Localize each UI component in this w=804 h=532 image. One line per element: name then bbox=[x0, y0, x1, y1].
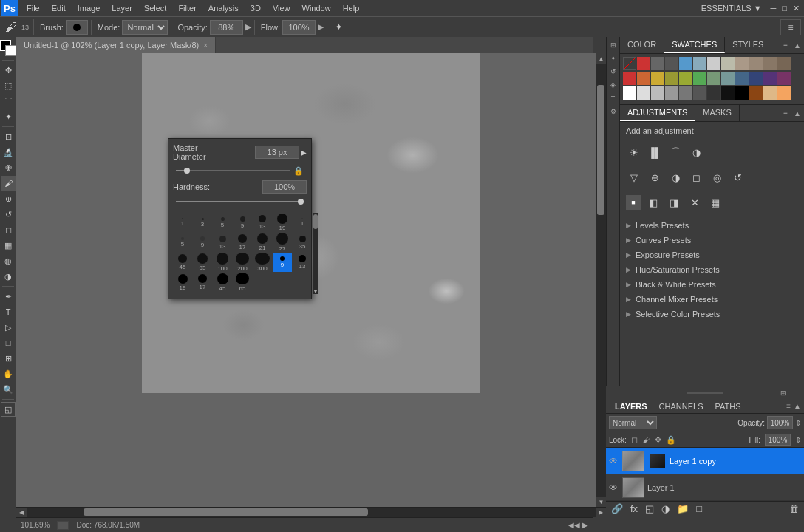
brush-preset-btn[interactable] bbox=[66, 20, 88, 35]
swatch-darker-gray[interactable] bbox=[679, 86, 692, 100]
diameter-increment-btn[interactable]: ▶ bbox=[301, 149, 307, 157]
brush-1-3[interactable]: 5 bbox=[213, 213, 232, 232]
adj-exposure-icon[interactable]: ◑ bbox=[688, 144, 704, 160]
patch-tool[interactable]: ✙ bbox=[1, 160, 16, 175]
preset-curves[interactable]: ▶ Curves Presets bbox=[620, 233, 804, 248]
zoom-tool[interactable]: 🔍 bbox=[1, 382, 16, 397]
tab-paths[interactable]: PATHS bbox=[709, 400, 747, 412]
swatch-r9[interactable] bbox=[735, 72, 749, 85]
lock-position-btn[interactable]: ✥ bbox=[655, 435, 661, 445]
tab-layers[interactable]: LAYERS bbox=[609, 400, 653, 412]
wand-tool[interactable]: ✦ bbox=[1, 109, 16, 124]
crop-tool[interactable]: ⊡ bbox=[1, 129, 16, 144]
swatch-light-gray[interactable] bbox=[707, 57, 720, 70]
tab-channels[interactable]: CHANNELS bbox=[653, 400, 709, 412]
brush-tool[interactable]: 🖌 bbox=[1, 176, 16, 191]
eraser-tool[interactable]: ◻ bbox=[1, 222, 16, 237]
layer-adj-btn[interactable]: ◑ bbox=[659, 503, 672, 514]
brush-2-4[interactable]: 13 bbox=[213, 233, 232, 252]
tab-close-btn[interactable]: × bbox=[203, 41, 208, 50]
preset-levels[interactable]: ▶ Levels Presets bbox=[620, 218, 804, 233]
brush-1-5[interactable]: 13 bbox=[253, 213, 272, 232]
brush-2-5[interactable]: 17 bbox=[233, 233, 252, 252]
menu-layer[interactable]: Layer bbox=[106, 2, 138, 14]
flow-expand-icon[interactable]: ▶ bbox=[318, 22, 324, 32]
canvas-scroll-area[interactable]: Master Diameter ▶ 🔒 bbox=[16, 53, 596, 507]
eyedropper-tool[interactable]: 🔬 bbox=[1, 145, 16, 160]
brush-tool-icon[interactable]: 🖌 bbox=[3, 19, 19, 35]
swatch-mid-gray[interactable] bbox=[651, 86, 664, 100]
brush-2-2[interactable]: 5 bbox=[173, 233, 192, 252]
document-tab[interactable]: Untitled-1 @ 102% (Layer 1 copy, Layer M… bbox=[16, 37, 216, 53]
swatch-brown-light[interactable] bbox=[749, 57, 763, 70]
layers-opacity-input[interactable] bbox=[767, 416, 793, 429]
lasso-tool[interactable]: ⌒ bbox=[1, 94, 16, 109]
adj-levels-icon[interactable]: ▐▌ bbox=[647, 144, 663, 160]
layer-name-1[interactable]: Layer 1 bbox=[647, 483, 801, 492]
swatch-light-blue[interactable] bbox=[693, 57, 706, 70]
swatch-dark-gray[interactable] bbox=[665, 57, 678, 70]
path-tool[interactable]: ▷ bbox=[1, 320, 16, 335]
hardness-slider[interactable] bbox=[176, 198, 304, 205]
swatch-medium-gray[interactable] bbox=[665, 86, 678, 100]
adj-photofilter-icon[interactable]: ◻ bbox=[688, 169, 704, 185]
lock-all-btn[interactable]: 🔒 bbox=[666, 435, 676, 445]
brush-3-6[interactable]: 300 bbox=[253, 253, 272, 272]
swatch-saddle[interactable] bbox=[749, 86, 763, 100]
hscroll-track[interactable] bbox=[27, 508, 596, 517]
tab-styles[interactable]: STYLES bbox=[725, 37, 771, 53]
swatch-sandy[interactable] bbox=[777, 86, 791, 100]
flow-input[interactable]: 100% bbox=[282, 20, 316, 35]
adj-options-btn[interactable]: ≡ bbox=[780, 105, 791, 121]
master-diameter-input[interactable] bbox=[255, 146, 299, 159]
lock-transparency-btn[interactable]: ◻ bbox=[631, 435, 638, 445]
background-color[interactable] bbox=[5, 45, 16, 56]
hardness-input[interactable] bbox=[262, 180, 307, 194]
mode-select[interactable]: Normal bbox=[122, 20, 168, 35]
hscroll-start-btn[interactable]: ◀◀ bbox=[568, 521, 580, 529]
clone-tool[interactable]: ⊕ bbox=[1, 191, 16, 206]
blur-tool[interactable]: ◍ bbox=[1, 253, 16, 268]
brush-4-2[interactable]: 13 bbox=[293, 253, 312, 272]
menu-image[interactable]: Image bbox=[72, 2, 106, 14]
swatch-r6[interactable] bbox=[693, 72, 706, 85]
essentials-label[interactable]: ESSENTIALS ▼ bbox=[695, 4, 768, 13]
hand-tool[interactable]: ✋ bbox=[1, 366, 16, 381]
layer-item-1[interactable]: 👁 Layer 1 bbox=[606, 474, 804, 501]
menu-view[interactable]: View bbox=[267, 2, 296, 14]
adj-brightness-icon[interactable]: ☀ bbox=[626, 144, 642, 160]
brush-4-1[interactable]: 9 bbox=[273, 253, 292, 272]
tab-color[interactable]: COLOR bbox=[620, 37, 664, 53]
menu-file[interactable]: File bbox=[21, 2, 46, 14]
menu-filter[interactable]: Filter bbox=[172, 2, 202, 14]
vscroll-down-btn[interactable]: ▼ bbox=[596, 497, 606, 507]
adj-invert-icon[interactable]: ■ bbox=[626, 195, 641, 210]
pen-tool[interactable]: ✒ bbox=[1, 289, 16, 304]
layer-fx-btn[interactable]: fx bbox=[628, 503, 640, 514]
3d-tool[interactable]: ⊞ bbox=[1, 351, 16, 366]
swatch-lighter-gray[interactable] bbox=[637, 86, 650, 100]
opacity-input[interactable]: 88% bbox=[210, 20, 243, 35]
mini-tool-5[interactable]: T bbox=[608, 93, 619, 103]
hscroll-right-btn[interactable]: ▶ bbox=[596, 508, 606, 518]
brush-1-1[interactable]: 1 bbox=[173, 213, 192, 232]
swatch-r2[interactable] bbox=[637, 72, 650, 85]
menu-select[interactable]: Select bbox=[138, 2, 173, 14]
airbrush-btn[interactable]: ✦ bbox=[330, 19, 347, 35]
adj-posterize-icon[interactable]: ◧ bbox=[645, 194, 661, 211]
opacity-expand-icon[interactable]: ▶ bbox=[245, 22, 251, 32]
swatch-r7[interactable] bbox=[707, 72, 720, 85]
hscroll-left-btn[interactable]: ◀ bbox=[16, 508, 27, 518]
gradient-tool[interactable]: ▦ bbox=[1, 238, 16, 253]
adj-hue-icon[interactable]: ▽ bbox=[626, 169, 642, 185]
adj-channelmixer-icon[interactable]: ◎ bbox=[709, 169, 725, 185]
layer-link-btn[interactable]: 🔗 bbox=[609, 503, 625, 514]
minimize-btn[interactable]: ─ bbox=[768, 4, 780, 13]
mini-tool-2[interactable]: ✦ bbox=[608, 53, 619, 64]
panel-options-btn[interactable]: ≡ bbox=[780, 37, 791, 53]
adj-expand-btn[interactable]: ▲ bbox=[791, 105, 804, 121]
swatch-red-dark[interactable] bbox=[637, 57, 650, 70]
layers-collapse-btn[interactable]: ▲ bbox=[794, 402, 801, 410]
vscroll-track[interactable] bbox=[596, 64, 606, 497]
fill-arrows-btn[interactable]: ⇕ bbox=[795, 436, 801, 444]
